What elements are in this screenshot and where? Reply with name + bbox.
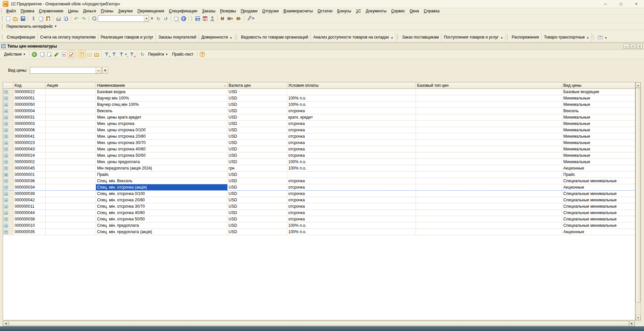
search-icon[interactable] bbox=[90, 15, 98, 22]
save-icon[interactable] bbox=[19, 15, 26, 22]
column-header-sel[interactable] bbox=[3, 82, 13, 88]
toolbar-grip[interactable] bbox=[236, 35, 237, 40]
cell-code[interactable]: 000000050 bbox=[13, 101, 45, 108]
clear-filter-icon[interactable]: × bbox=[128, 51, 136, 58]
delete-item-icon[interactable]: × bbox=[60, 51, 68, 58]
close-icon[interactable]: × bbox=[629, 0, 644, 8]
menu-item-документы[interactable]: Документы bbox=[363, 8, 389, 14]
cell-name[interactable]: Ваучер мін 100% bbox=[96, 95, 227, 101]
row-selector-cell[interactable] bbox=[3, 165, 13, 171]
menu-item-взаиморасчеты[interactable]: Взаиморасчеты bbox=[281, 8, 315, 14]
cell-name[interactable]: Спец. мін. Вексель bbox=[96, 178, 227, 184]
panel-button[interactable]: Заказы покупателей bbox=[156, 33, 199, 41]
cell-terms[interactable]: отсрочка bbox=[287, 203, 416, 209]
cell-code[interactable]: 000000006 bbox=[13, 127, 45, 133]
row-selector-cell[interactable] bbox=[3, 228, 13, 235]
cell-kind[interactable]: Минимальные bbox=[562, 158, 635, 165]
user-search-icon[interactable] bbox=[209, 15, 216, 22]
menu-item-деньги[interactable]: Деньги bbox=[81, 8, 99, 14]
cell-currency[interactable]: USD bbox=[227, 101, 287, 108]
cell-kind[interactable]: Вексель bbox=[562, 108, 635, 114]
cell-currency[interactable]: грн bbox=[227, 165, 287, 171]
row-selector-cell[interactable] bbox=[3, 95, 13, 101]
panel-button[interactable]: Ведомость по товарам организаций bbox=[239, 33, 311, 41]
cell-kind[interactable]: Специальные минимальные bbox=[562, 203, 635, 209]
cell-kind[interactable]: Минимальные bbox=[562, 101, 635, 108]
row-selector-cell[interactable] bbox=[3, 197, 13, 203]
help-icon[interactable]: ? bbox=[199, 51, 206, 58]
row-selector-cell[interactable] bbox=[3, 158, 13, 165]
cell-promo[interactable] bbox=[45, 203, 96, 209]
menu-item-отгрузки[interactable]: Отгрузки bbox=[260, 8, 281, 14]
vertical-scroll-thumb[interactable] bbox=[636, 88, 641, 303]
cell-promo[interactable] bbox=[45, 222, 96, 228]
row-selector-cell[interactable] bbox=[3, 178, 13, 184]
row-selector-cell[interactable] bbox=[3, 184, 13, 190]
print-preview-icon[interactable] bbox=[62, 15, 69, 22]
cell-base[interactable] bbox=[416, 88, 562, 95]
cell-base[interactable] bbox=[416, 114, 562, 120]
cell-kind[interactable]: Минимальные bbox=[562, 152, 635, 158]
filter-list-icon[interactable]: ≡▼ bbox=[118, 51, 128, 58]
menu-item-заказы[interactable]: Заказы bbox=[200, 8, 218, 14]
column-header-kind[interactable]: Вид цены bbox=[562, 82, 635, 88]
cell-code[interactable]: 000000031 bbox=[13, 114, 45, 120]
cell-name[interactable]: Спец. мін. отсрочка 30/70 bbox=[96, 203, 227, 209]
menu-item-справка[interactable]: Справка bbox=[421, 8, 442, 14]
toolbar-grip[interactable] bbox=[191, 16, 193, 21]
cell-terms[interactable]: 100% п.о. bbox=[287, 228, 416, 235]
cell-promo[interactable] bbox=[45, 216, 96, 222]
paste-icon[interactable] bbox=[44, 15, 52, 22]
cell-name[interactable]: Ваучер спец мін 100% bbox=[96, 101, 227, 108]
print-icon[interactable] bbox=[55, 15, 62, 22]
cell-currency[interactable]: USD bbox=[227, 95, 287, 101]
scroll-up-icon[interactable]: ▲ bbox=[636, 82, 641, 88]
panel-button[interactable]: Доверенности▼ bbox=[199, 33, 235, 41]
cell-name[interactable]: Спец. мін. отсрочка (акція) bbox=[96, 184, 227, 190]
menu-item-спецификации[interactable]: Спецификации bbox=[167, 8, 200, 14]
cell-currency[interactable]: USD bbox=[227, 158, 287, 165]
search-combobox[interactable]: ▼ bbox=[98, 15, 149, 22]
row-selector-cell[interactable] bbox=[3, 146, 13, 152]
cell-kind[interactable]: Специальные минимальные bbox=[562, 222, 635, 228]
row-selector-cell[interactable] bbox=[3, 108, 13, 114]
cell-base[interactable] bbox=[416, 146, 562, 152]
cell-terms[interactable]: отсрочка bbox=[287, 197, 416, 203]
add-item-icon[interactable]: + bbox=[31, 51, 38, 58]
cell-promo[interactable] bbox=[45, 108, 96, 114]
cell-base[interactable] bbox=[416, 139, 562, 146]
column-header-base[interactable]: Базовый тип цен bbox=[416, 82, 562, 88]
price-list-button[interactable]: Прайс-лист bbox=[170, 51, 196, 58]
cell-kind[interactable]: Специальные минимальные bbox=[562, 178, 635, 184]
cell-promo[interactable] bbox=[45, 88, 96, 95]
cell-base[interactable] bbox=[416, 184, 562, 190]
memory-recall-button[interactable]: M bbox=[219, 15, 226, 22]
menu-item-бонусы[interactable]: Бонусы bbox=[335, 8, 354, 14]
cell-base[interactable] bbox=[416, 228, 562, 235]
row-selector-cell[interactable] bbox=[3, 127, 13, 133]
minimize-icon[interactable]: ─ bbox=[598, 0, 613, 8]
menu-item-закупки[interactable]: Закупки bbox=[116, 8, 135, 14]
cell-base[interactable] bbox=[416, 108, 562, 114]
cut-icon[interactable] bbox=[30, 15, 37, 22]
cell-kind[interactable]: Минимальные bbox=[562, 95, 635, 101]
cell-terms[interactable]: отсрочка bbox=[287, 133, 416, 139]
cell-currency[interactable]: USD bbox=[227, 127, 287, 133]
cell-name[interactable]: Спец. мін. отсрочка 20/80 bbox=[96, 197, 227, 203]
cell-promo[interactable] bbox=[45, 152, 96, 158]
toolbar-grip[interactable] bbox=[507, 35, 508, 40]
panel-button-mail[interactable]: ▼ bbox=[595, 33, 609, 41]
cell-currency[interactable]: USD bbox=[227, 120, 287, 127]
memory-add-button[interactable]: M+ bbox=[226, 15, 235, 22]
panel-button[interactable]: Распоряжения bbox=[509, 33, 542, 41]
search-clear-icon[interactable]: × bbox=[149, 16, 155, 22]
cell-terms[interactable] bbox=[287, 171, 416, 178]
redo-icon[interactable]: ↷ bbox=[80, 15, 87, 22]
search-previous-icon[interactable]: ↺ bbox=[162, 15, 169, 22]
cell-terms[interactable]: отсрочка bbox=[287, 127, 416, 133]
cell-terms[interactable]: 100% п.о. bbox=[287, 165, 416, 171]
row-selector-cell[interactable] bbox=[3, 120, 13, 127]
cell-code[interactable]: 000000043 bbox=[13, 146, 45, 152]
cell-terms[interactable]: 100% п.о. bbox=[287, 101, 416, 108]
cell-terms[interactable]: отсрочка bbox=[287, 120, 416, 127]
